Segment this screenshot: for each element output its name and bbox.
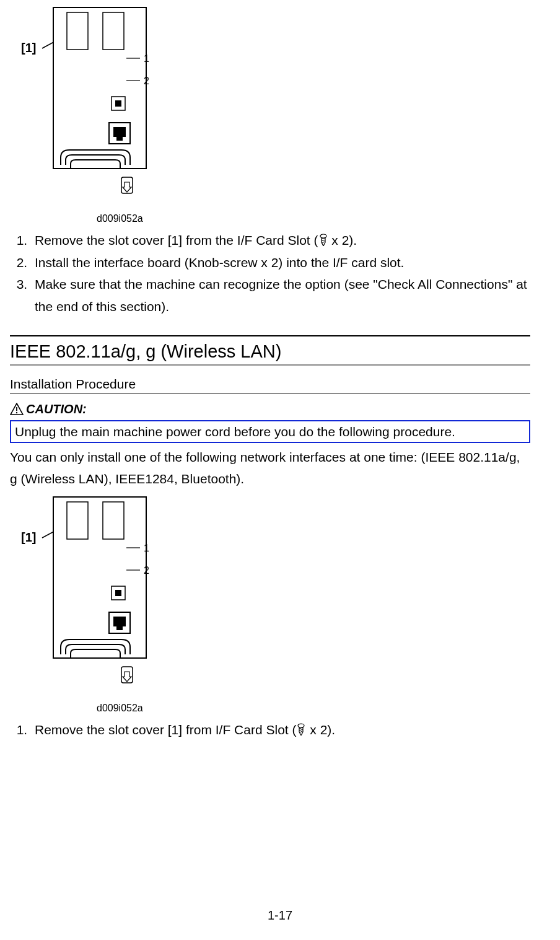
step-text: Remove the slot cover [1] from I/F Card … [35, 723, 296, 737]
section-title: IEEE 802.11a/g, g (Wireless LAN) [10, 341, 530, 366]
svg-rect-12 [113, 127, 126, 137]
svg-line-38 [299, 729, 303, 731]
subsection-title: Installation Procedure [10, 377, 530, 393]
step-item: Make sure that the machine can recognize… [31, 273, 530, 317]
caution-label-text: CAUTION: [26, 402, 87, 416]
svg-rect-31 [115, 590, 121, 596]
svg-line-17 [322, 240, 325, 241]
section-divider [10, 335, 530, 336]
step-item: Install the interface board (Knob-screw … [31, 252, 530, 274]
svg-rect-4 [103, 12, 124, 50]
warning-triangle-icon [10, 403, 24, 415]
svg-rect-25 [103, 502, 124, 539]
step-item: Remove the slot cover [1] from I/F Card … [31, 719, 530, 741]
svg-text:1: 1 [144, 53, 149, 64]
step-text: x 2). [328, 233, 357, 247]
figure-caption-1: d009i052a [97, 213, 530, 224]
figure-slot-cover-1: [1] 1 2 d009i052a [10, 4, 530, 224]
svg-line-18 [322, 242, 325, 243]
steps-list-1: Remove the slot cover [1] from the I/F C… [10, 229, 530, 318]
step-text: Install the interface board (Knob-screw … [35, 255, 404, 270]
caution-label: CAUTION: [10, 402, 530, 416]
step-text: x 2). [306, 723, 335, 737]
caution-text: Unplug the main machine power cord befor… [10, 420, 530, 443]
svg-rect-10 [115, 100, 121, 107]
step-text: Make sure that the machine can recognize… [35, 277, 527, 314]
figure-caption-2: d009i052a [97, 703, 530, 714]
svg-text:2: 2 [144, 565, 149, 576]
page-number: 1-17 [0, 908, 560, 923]
svg-rect-34 [116, 626, 123, 630]
figure-slot-cover-2: [1] 1 2 d009i052a [10, 493, 530, 714]
screw-icon [319, 234, 328, 246]
svg-text:[1]: [1] [21, 530, 36, 544]
step-item: Remove the slot cover [1] from the I/F C… [31, 229, 530, 252]
screw-icon [297, 723, 305, 736]
svg-line-39 [300, 731, 302, 732]
svg-rect-13 [116, 137, 123, 141]
steps-list-2: Remove the slot cover [1] from I/F Card … [10, 719, 530, 741]
svg-rect-3 [67, 12, 88, 50]
body-note: You can only install one of the followin… [10, 447, 530, 490]
svg-text:1: 1 [144, 543, 149, 553]
step-text: Remove the slot cover [1] from the I/F C… [35, 233, 318, 247]
caution-block: CAUTION: Unplug the main machine power c… [10, 402, 530, 443]
svg-point-20 [16, 412, 17, 413]
svg-rect-33 [113, 617, 126, 626]
svg-text:[1]: [1] [21, 41, 36, 55]
svg-rect-24 [67, 502, 88, 539]
svg-text:2: 2 [144, 76, 149, 86]
